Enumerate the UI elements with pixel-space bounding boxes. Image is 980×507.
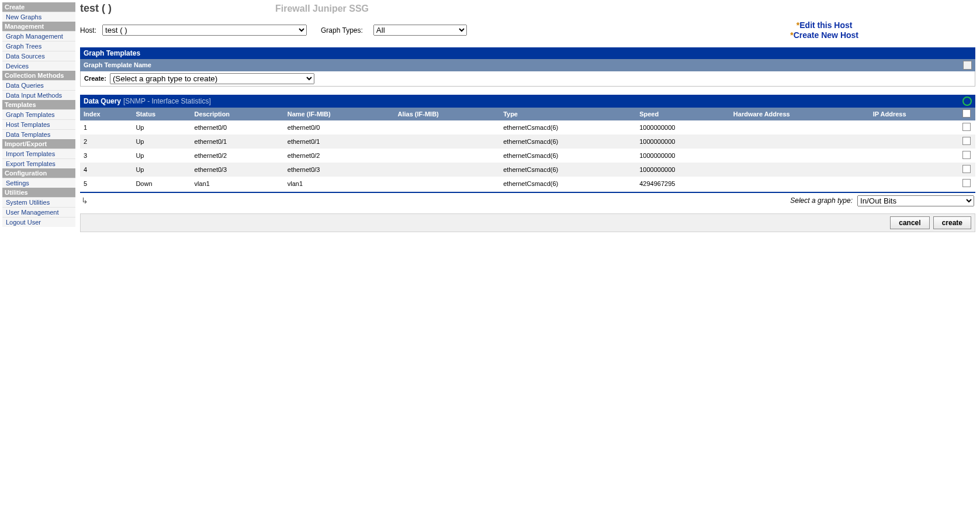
row-checkbox[interactable]: [958, 120, 975, 134]
table-cell: ethernet0/3: [191, 163, 284, 177]
data-query-sub: [SNMP - Interface Statistics]: [123, 97, 211, 105]
table-cell: [394, 149, 500, 163]
create-template-select[interactable]: (Select a graph type to create): [110, 73, 314, 84]
table-cell: 1000000000: [636, 149, 730, 163]
table-row[interactable]: 5Downvlan1vlan1ethernetCsmacd(6)42949672…: [80, 177, 975, 191]
sidebar-item[interactable]: User Management: [2, 207, 75, 217]
sidebar-item[interactable]: Data Templates: [2, 129, 75, 139]
table-cell: ethernet0/2: [284, 149, 394, 163]
table-row[interactable]: 1Upethernet0/0ethernet0/0ethernetCsmacd(…: [80, 120, 975, 134]
sidebar-item[interactable]: Host Templates: [2, 119, 75, 129]
table-header[interactable]: Speed: [636, 108, 730, 120]
table-cell: [870, 177, 958, 191]
table-cell: Up: [132, 163, 191, 177]
create-template-row: Create: (Select a graph type to create): [80, 71, 975, 87]
select-all-templates-checkbox[interactable]: [963, 61, 972, 70]
table-cell: 1: [80, 120, 132, 134]
sidebar-item[interactable]: Graph Trees: [2, 41, 75, 51]
table-row[interactable]: 2Upethernet0/1ethernet0/1ethernetCsmacd(…: [80, 134, 975, 149]
sidebar-item[interactable]: Data Sources: [2, 51, 75, 61]
arrow-down-right-icon: ↳: [81, 196, 88, 205]
table-cell: [394, 120, 500, 134]
table-cell: [394, 134, 500, 149]
host-label: Host:: [80, 26, 96, 35]
create-button[interactable]: create: [933, 216, 971, 229]
table-cell: Down: [132, 177, 191, 191]
sidebar-item[interactable]: Graph Management: [2, 31, 75, 41]
row-checkbox[interactable]: [958, 177, 975, 191]
reload-icon[interactable]: [962, 96, 972, 106]
table-cell: ethernet0/0: [284, 120, 394, 134]
table-cell: [730, 149, 870, 163]
table-cell: [394, 177, 500, 191]
table-cell: 2: [80, 134, 132, 149]
table-cell: [730, 134, 870, 149]
sidebar-item[interactable]: Data Queries: [2, 80, 75, 90]
table-cell: [870, 120, 958, 134]
sidebar-item[interactable]: Export Templates: [2, 158, 75, 168]
sidebar-item[interactable]: System Utilities: [2, 197, 75, 207]
create-host-link[interactable]: Create New Host: [794, 30, 858, 40]
table-cell: 1000000000: [636, 134, 730, 149]
table-header[interactable]: Type: [500, 108, 636, 120]
sidebar-section: Collection Methods: [2, 71, 75, 80]
sidebar-section: Templates: [2, 100, 75, 109]
table-header[interactable]: Index: [80, 108, 132, 120]
select-all-checkbox[interactable]: [958, 108, 975, 120]
table-header[interactable]: IP Address: [870, 108, 958, 120]
table-cell: 1000000000: [636, 163, 730, 177]
table-cell: [870, 149, 958, 163]
interface-table: IndexStatusDescriptionName (IF-MIB)Alias…: [80, 108, 975, 191]
table-header[interactable]: Status: [132, 108, 191, 120]
table-cell: vlan1: [191, 177, 284, 191]
graph-type-select[interactable]: In/Out Bits: [857, 195, 974, 206]
page-title: test ( ): [80, 2, 112, 15]
sidebar: CreateNew GraphsManagementGraph Manageme…: [2, 2, 75, 227]
table-cell: Up: [132, 149, 191, 163]
row-checkbox[interactable]: [958, 163, 975, 177]
table-header[interactable]: Name (IF-MIB): [284, 108, 394, 120]
table-cell: [730, 120, 870, 134]
sidebar-item[interactable]: Graph Templates: [2, 109, 75, 119]
sidebar-item[interactable]: Import Templates: [2, 149, 75, 158]
host-select[interactable]: test ( ): [102, 25, 307, 36]
table-cell: vlan1: [284, 177, 394, 191]
table-cell: ethernetCsmacd(6): [500, 177, 636, 191]
table-cell: [730, 177, 870, 191]
table-row[interactable]: 4Upethernet0/3ethernet0/3ethernetCsmacd(…: [80, 163, 975, 177]
table-cell: ethernetCsmacd(6): [500, 134, 636, 149]
sidebar-item[interactable]: New Graphs: [2, 12, 75, 22]
table-cell: ethernetCsmacd(6): [500, 120, 636, 134]
sidebar-section: Utilities: [2, 188, 75, 197]
graph-types-label: Graph Types:: [321, 26, 363, 35]
table-header[interactable]: Hardware Address: [730, 108, 870, 120]
title-row: test ( ) Firewall Juniper SSG: [80, 2, 975, 15]
data-query-bar: Data Query [SNMP - Interface Statistics]: [80, 95, 975, 108]
cancel-button[interactable]: cancel: [890, 216, 929, 229]
filter-row: Host: test ( ) Graph Types: All *Edit th…: [80, 20, 975, 40]
table-cell: Up: [132, 134, 191, 149]
sidebar-item[interactable]: Settings: [2, 178, 75, 188]
data-query-label: Data Query: [84, 97, 121, 105]
table-cell: ethernet0/1: [191, 134, 284, 149]
table-row[interactable]: 3Upethernet0/2ethernet0/2ethernetCsmacd(…: [80, 149, 975, 163]
sidebar-item[interactable]: Data Input Methods: [2, 90, 75, 100]
table-cell: ethernetCsmacd(6): [500, 163, 636, 177]
graph-types-select[interactable]: All: [373, 25, 467, 36]
table-cell: 3: [80, 149, 132, 163]
table-cell: 4: [80, 163, 132, 177]
row-checkbox[interactable]: [958, 134, 975, 149]
row-checkbox[interactable]: [958, 149, 975, 163]
action-bar: cancel create: [80, 213, 975, 232]
create-label: Create:: [84, 75, 106, 82]
table-cell: [730, 163, 870, 177]
sidebar-item[interactable]: Logout User: [2, 217, 75, 227]
page-subtitle: Firewall Juniper SSG: [275, 4, 369, 14]
table-header[interactable]: Description: [191, 108, 284, 120]
host-links: *Edit this Host *Create New Host: [790, 20, 975, 40]
sidebar-item[interactable]: Devices: [2, 61, 75, 71]
table-cell: [394, 163, 500, 177]
table-header[interactable]: Alias (IF-MIB): [394, 108, 500, 120]
edit-host-link[interactable]: Edit this Host: [799, 20, 852, 30]
graph-type-select-label: Select a graph type:: [790, 196, 853, 205]
